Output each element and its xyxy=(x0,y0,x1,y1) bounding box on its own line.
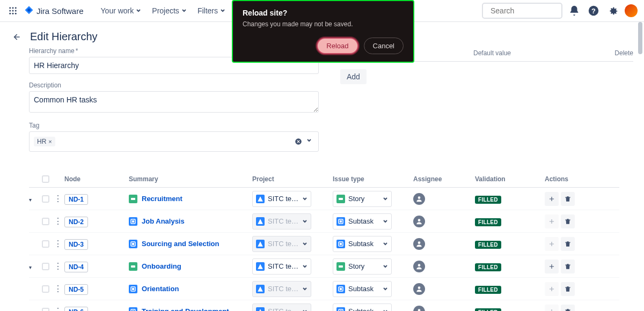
summary-link[interactable]: Onboarding xyxy=(142,262,181,270)
node-link[interactable]: ND-3 xyxy=(64,239,88,250)
svg-rect-15 xyxy=(339,198,343,200)
nav-projects[interactable]: Projects xyxy=(148,3,191,18)
drag-handle-icon[interactable]: ⋮ xyxy=(54,262,62,271)
user-avatar[interactable] xyxy=(625,4,638,17)
svg-rect-14 xyxy=(131,198,135,200)
drag-handle-icon[interactable]: ⋮ xyxy=(54,217,62,226)
issue-type-select[interactable]: Subtask xyxy=(333,236,392,252)
row-checkbox[interactable] xyxy=(42,195,49,203)
node-link[interactable]: ND-5 xyxy=(64,284,88,295)
row-checkbox[interactable] xyxy=(42,218,49,225)
node-link[interactable]: ND-4 xyxy=(64,262,88,272)
chevron-down-icon xyxy=(383,309,388,312)
assignee-avatar[interactable] xyxy=(413,193,425,205)
add-attribute-button[interactable]: Add xyxy=(340,69,367,84)
summary-link[interactable]: Training and Development xyxy=(142,307,229,311)
issue-type-select[interactable]: Subtask xyxy=(333,303,392,312)
settings-icon[interactable] xyxy=(605,3,620,18)
chevron-down-icon xyxy=(302,286,308,292)
description-input[interactable] xyxy=(29,91,319,113)
tag-input[interactable]: HR× xyxy=(29,131,319,152)
chevron-down-icon xyxy=(302,241,308,247)
table-header-row: Node Summary Project Issue type Assignee… xyxy=(29,171,619,188)
subtask-icon xyxy=(129,285,137,293)
assignee-avatar[interactable] xyxy=(413,261,425,272)
svg-rect-18 xyxy=(132,220,134,223)
svg-point-6 xyxy=(9,13,11,14)
back-icon[interactable] xyxy=(11,32,21,42)
delete-row-button[interactable] xyxy=(561,214,575,228)
hierarchy-table: Node Summary Project Issue type Assignee… xyxy=(29,171,619,311)
delete-row-button[interactable] xyxy=(561,192,575,206)
summary-link[interactable]: Job Analysis xyxy=(142,217,185,225)
clear-tags-icon[interactable] xyxy=(295,138,302,145)
subtask-icon xyxy=(336,285,345,293)
issue-type-select[interactable]: Subtask xyxy=(333,281,392,297)
svg-point-2 xyxy=(15,7,17,9)
jira-logo[interactable]: Jira Software xyxy=(24,5,84,16)
assignee-avatar[interactable] xyxy=(413,283,425,295)
story-icon xyxy=(129,262,137,271)
assignee-avatar[interactable] xyxy=(413,238,425,250)
add-child-button[interactable] xyxy=(545,192,559,206)
reload-button[interactable]: Reload xyxy=(317,38,358,54)
svg-point-26 xyxy=(418,241,421,244)
issue-type-select[interactable]: Subtask xyxy=(333,213,392,229)
project-select[interactable]: SITC template p xyxy=(252,191,311,207)
validation-badge: FILLED xyxy=(475,241,501,249)
dialog-message: Changes you made may not be saved. xyxy=(243,20,404,28)
subtask-icon xyxy=(336,217,345,226)
project-icon xyxy=(256,240,265,248)
nav-your-work[interactable]: Your work xyxy=(97,3,146,18)
project-select: SITC template p xyxy=(252,236,311,252)
expand-toggle-icon[interactable]: ▾ xyxy=(29,197,32,203)
delete-row-button[interactable] xyxy=(561,305,575,312)
issue-type-select[interactable]: Story xyxy=(333,191,392,207)
select-all-checkbox[interactable] xyxy=(42,175,49,183)
help-icon[interactable]: ? xyxy=(586,3,601,18)
add-child-button xyxy=(545,237,559,251)
node-link[interactable]: ND-1 xyxy=(64,194,88,205)
row-checkbox[interactable] xyxy=(42,240,49,248)
search-box[interactable] xyxy=(482,3,562,19)
table-row: ▾ ⋮ ND-1 Recruitment SITC template p Sto… xyxy=(29,188,619,210)
add-child-button xyxy=(545,305,559,312)
summary-link[interactable]: Recruitment xyxy=(142,195,182,203)
row-checkbox[interactable] xyxy=(42,263,49,270)
project-select[interactable]: SITC temp xyxy=(252,258,311,275)
tag-dropdown-icon[interactable] xyxy=(306,138,314,145)
node-link[interactable]: ND-2 xyxy=(64,217,88,227)
issue-type-select[interactable]: Story xyxy=(333,258,392,275)
summary-link[interactable]: Sourcing and Selection xyxy=(142,240,219,248)
add-child-button xyxy=(545,282,559,296)
svg-point-7 xyxy=(12,13,14,14)
assignee-avatar[interactable] xyxy=(413,216,425,227)
apps-switcher-icon[interactable] xyxy=(6,4,19,17)
remove-tag-icon[interactable]: × xyxy=(48,138,52,145)
drag-handle-icon[interactable]: ⋮ xyxy=(54,194,62,203)
delete-row-button[interactable] xyxy=(561,237,575,251)
svg-point-34 xyxy=(418,286,421,289)
nav-filters[interactable]: Filters xyxy=(193,3,230,18)
drag-handle-icon[interactable]: ⋮ xyxy=(54,307,62,312)
node-link[interactable]: ND-6 xyxy=(64,307,88,312)
drag-handle-icon[interactable]: ⋮ xyxy=(54,284,62,293)
logo-text: Jira Software xyxy=(36,6,84,16)
search-input[interactable] xyxy=(491,6,584,15)
story-icon xyxy=(336,262,345,271)
summary-link[interactable]: Orientation xyxy=(142,285,179,293)
row-checkbox[interactable] xyxy=(42,285,49,293)
chevron-down-icon xyxy=(383,286,388,292)
table-row: ⋮ ND-6 Training and Development SITC tem… xyxy=(29,300,619,311)
scrollbar[interactable] xyxy=(638,22,642,54)
svg-rect-28 xyxy=(339,265,343,268)
cancel-button[interactable]: Cancel xyxy=(364,38,404,54)
add-child-button[interactable] xyxy=(545,260,559,273)
delete-row-button[interactable] xyxy=(561,282,575,296)
delete-row-button[interactable] xyxy=(561,260,575,273)
row-checkbox[interactable] xyxy=(42,308,49,312)
chevron-down-icon xyxy=(383,264,388,269)
drag-handle-icon[interactable]: ⋮ xyxy=(54,239,62,248)
assignee-avatar[interactable] xyxy=(413,306,425,312)
expand-toggle-icon[interactable]: ▾ xyxy=(29,264,32,270)
